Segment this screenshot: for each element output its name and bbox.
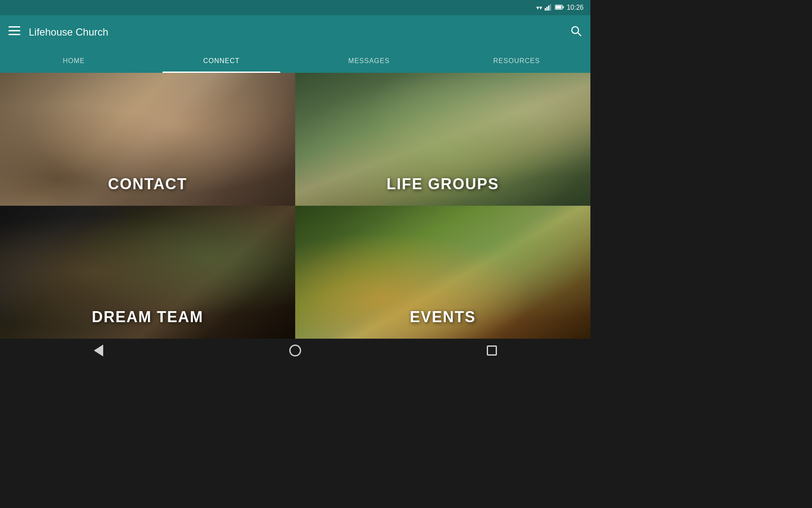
signal-icon — [545, 4, 552, 12]
recents-button[interactable] — [479, 342, 505, 359]
battery-icon — [555, 4, 564, 11]
svg-rect-2 — [548, 6, 549, 11]
tab-messages[interactable]: MESSAGES — [295, 49, 443, 73]
life-groups-label: LIFE GROUPS — [295, 175, 590, 193]
content-grid: CONTACT LIFE GROUPS DREAM TEAM EVENTS — [0, 73, 590, 339]
grid-cell-contact[interactable]: CONTACT — [0, 73, 295, 206]
svg-rect-1 — [546, 7, 548, 11]
status-icons: ▾▾ 10:26 — [536, 4, 584, 12]
hamburger-icon[interactable] — [8, 26, 20, 38]
wifi-icon: ▾▾ — [536, 4, 542, 11]
contact-label: CONTACT — [0, 175, 295, 193]
bottom-nav — [0, 339, 590, 362]
app-bar-left: Lifehouse Church — [8, 26, 108, 38]
status-bar: ▾▾ 10:26 — [0, 0, 590, 15]
tab-resources[interactable]: RESOURCES — [443, 49, 590, 73]
recents-icon — [487, 345, 497, 356]
svg-line-11 — [578, 33, 581, 36]
svg-rect-5 — [562, 6, 564, 8]
home-icon — [289, 345, 301, 356]
svg-point-10 — [572, 27, 579, 33]
grid-cell-dream-team[interactable]: DREAM TEAM — [0, 206, 295, 339]
svg-rect-7 — [8, 26, 20, 28]
app-title: Lifehouse Church — [29, 26, 108, 38]
nav-tabs: HOME CONNECT MESSAGES RESOURCES — [0, 49, 590, 73]
tab-connect[interactable]: CONNECT — [148, 49, 295, 73]
status-time: 10:26 — [567, 4, 584, 11]
app-bar: Lifehouse Church — [0, 15, 590, 49]
svg-rect-3 — [550, 4, 551, 11]
svg-rect-6 — [555, 6, 561, 9]
dream-team-label: DREAM TEAM — [0, 308, 295, 326]
search-icon[interactable] — [570, 25, 582, 40]
grid-cell-life-groups[interactable]: LIFE GROUPS — [295, 73, 590, 206]
back-icon — [94, 345, 103, 356]
home-button[interactable] — [283, 342, 308, 359]
svg-rect-8 — [8, 30, 20, 31]
events-label: EVENTS — [295, 308, 590, 326]
grid-cell-events[interactable]: EVENTS — [295, 206, 590, 339]
svg-rect-0 — [545, 8, 546, 11]
svg-rect-9 — [8, 34, 20, 35]
back-button[interactable] — [86, 342, 111, 359]
tab-home[interactable]: HOME — [0, 49, 148, 73]
